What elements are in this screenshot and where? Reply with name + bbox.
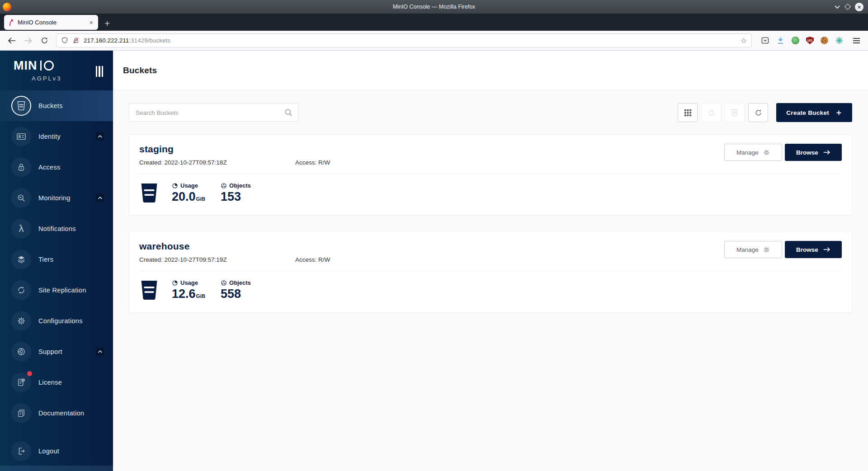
monitoring-magnifier-icon	[11, 188, 31, 208]
sidebar-item-site-replication[interactable]: Site Replication	[0, 275, 113, 306]
tab-bar: MinIO Console × +	[0, 14, 868, 31]
reload-button[interactable]	[38, 34, 51, 47]
firefox-logo-icon	[3, 3, 11, 11]
browse-button[interactable]: Browse	[785, 241, 842, 258]
back-button[interactable]	[5, 34, 18, 47]
usage-pie-icon	[172, 183, 178, 189]
objects-stat: Objects 153	[221, 182, 251, 204]
sidebar-item-notifications[interactable]: λ Notifications	[0, 213, 113, 244]
objects-icon	[221, 280, 227, 286]
sidebar-item-label: Identity	[38, 133, 61, 140]
sidebar-item-buckets[interactable]: Buckets	[0, 90, 113, 121]
sidebar-item-monitoring[interactable]: Monitoring	[0, 183, 113, 213]
window-close-button[interactable]: ×	[855, 3, 863, 11]
usage-unit: GiB	[196, 196, 205, 202]
delete-buckets-button[interactable]	[725, 103, 745, 122]
sidebar-item-configurations[interactable]: Configurations	[0, 306, 113, 336]
replication-arrows-icon	[11, 280, 31, 300]
insecure-lock-icon[interactable]	[72, 37, 80, 44]
bucket-created-label: Created: 2022-10-27T09:57:19Z	[139, 256, 295, 263]
sidebar-bottom-strip	[0, 466, 113, 471]
sidebar-item-label: Tiers	[38, 256, 53, 263]
sidebar-item-label: Support	[38, 348, 62, 355]
tab-close-icon[interactable]: ×	[88, 19, 94, 26]
sidebar-item-label: Logout	[38, 447, 59, 455]
usage-pie-icon	[172, 280, 178, 286]
page-header: Buckets	[113, 51, 868, 90]
menu-hamburger-icon[interactable]	[853, 38, 860, 43]
sidebar-item-logout[interactable]: Logout	[0, 436, 113, 466]
bucket-created-label: Created: 2022-10-27T09:57:18Z	[139, 159, 295, 166]
bookmark-star-icon[interactable]: ☆	[741, 37, 747, 44]
documentation-icon	[11, 403, 31, 423]
tab-title: MinIO Console	[18, 19, 85, 26]
search-input[interactable]	[129, 104, 298, 122]
window-minimize-button[interactable]	[834, 5, 840, 9]
new-tab-button[interactable]: +	[104, 19, 110, 28]
gear-icon	[763, 149, 770, 156]
grid-view-button[interactable]	[678, 103, 698, 122]
page-title: Buckets	[123, 66, 157, 75]
snowflake-extension-icon[interactable]	[835, 36, 844, 45]
manage-button[interactable]: Manage	[724, 144, 782, 161]
sidebar-item-access[interactable]: Access	[0, 152, 113, 183]
download-icon[interactable]	[776, 36, 785, 45]
window-title: MinIO Console — Mozilla Firefox	[0, 4, 868, 10]
tracking-shield-icon[interactable]	[61, 37, 68, 44]
layers-icon	[11, 250, 31, 269]
sidebar-collapse-button[interactable]	[96, 66, 104, 77]
sidebar-item-support[interactable]: Support	[0, 336, 113, 367]
sidebar-item-label: Site Replication	[38, 287, 86, 294]
set-replication-button[interactable]	[701, 103, 721, 122]
search-icon	[284, 108, 293, 119]
tab-minio-console[interactable]: MinIO Console ×	[4, 15, 98, 30]
forward-button[interactable]	[22, 34, 34, 47]
sidebar-item-documentation[interactable]: Documentation	[0, 398, 113, 429]
sidebar-item-label: Monitoring	[38, 194, 71, 202]
arrow-right-icon	[823, 247, 830, 252]
chevron-up-icon[interactable]	[96, 132, 104, 141]
objects-stat: Objects 558	[221, 279, 251, 301]
objects-icon	[221, 183, 227, 189]
browse-button[interactable]: Browse	[785, 144, 842, 161]
bucket-icon	[11, 96, 31, 116]
bucket-access-label: Access: R/W	[295, 159, 330, 166]
sidebar-item-license[interactable]: License	[0, 367, 113, 398]
cookie-extension-icon[interactable]	[821, 37, 828, 44]
usage-stat: Usage 20.0GiB	[172, 182, 205, 204]
sidebar-item-label: Buckets	[38, 102, 63, 109]
pocket-icon[interactable]	[761, 36, 769, 45]
license-alert-dot	[27, 371, 32, 376]
identity-card-icon	[11, 127, 31, 146]
support-icon	[11, 342, 31, 362]
gear-icon	[763, 246, 770, 253]
bucket-access-label: Access: R/W	[295, 256, 330, 263]
minio-favicon	[8, 19, 14, 26]
bucket-icon	[139, 182, 159, 204]
bucket-name: warehouse	[139, 241, 330, 252]
bucket-card-staging: staging Created: 2022-10-27T09:57:18Z Ac…	[129, 134, 852, 216]
sidebar-item-label: Access	[38, 164, 61, 171]
lock-icon	[11, 157, 31, 177]
chevron-up-icon[interactable]	[96, 348, 104, 356]
privacy-badger-icon[interactable]	[792, 37, 799, 44]
refresh-button[interactable]	[748, 103, 768, 122]
manage-button[interactable]: Manage	[724, 241, 782, 258]
page-body: Create Bucket staging Created: 2022-10-2…	[113, 90, 868, 471]
sidebar-item-label: Documentation	[38, 410, 84, 417]
ublock-origin-icon[interactable]: UO	[806, 37, 814, 44]
usage-value: 12.6	[172, 287, 196, 301]
sidebar-item-label: Notifications	[38, 225, 76, 232]
sidebar-item-identity[interactable]: Identity	[0, 121, 113, 152]
usage-stat: Usage 12.6GiB	[172, 279, 205, 301]
plus-icon	[835, 109, 842, 116]
create-bucket-button[interactable]: Create Bucket	[776, 103, 852, 122]
url-bar[interactable]: 217.160.222.211:31429/buckets ☆	[56, 33, 752, 47]
sidebar-item-tiers[interactable]: Tiers	[0, 244, 113, 275]
window-maximize-button[interactable]	[844, 4, 851, 10]
usage-value: 20.0	[172, 190, 196, 203]
chevron-up-icon[interactable]	[96, 194, 104, 202]
bucket-name: staging	[139, 144, 330, 155]
license-document-icon	[11, 372, 31, 392]
sidebar: MIN AGPLv3 Buckets Identity	[0, 51, 113, 471]
